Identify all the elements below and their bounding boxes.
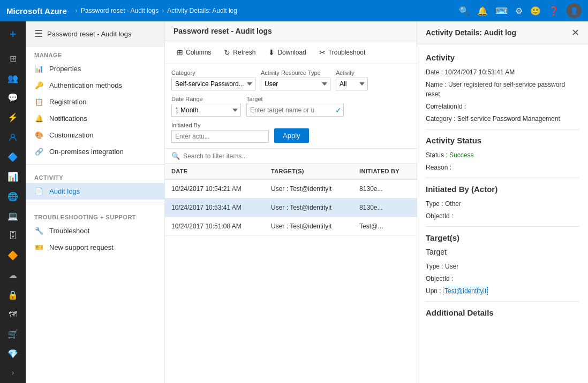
category-select[interactable]: Self-service Password... — [171, 78, 255, 90]
auth-methods-icon: 🔑 — [34, 81, 44, 89]
premium-icon[interactable]: 💎 — [3, 345, 22, 363]
target-input-wrap: ✓ — [246, 104, 344, 117]
right-panel-body: Activity Date : 10/24/2017 10:53:41 AM N… — [417, 44, 588, 383]
bell-icon[interactable]: 🔔 — [477, 6, 488, 16]
svg-point-0 — [11, 134, 14, 137]
sidebar-item-notifications-label: Notifications — [49, 114, 87, 122]
storage-icon[interactable]: 🗄 — [3, 227, 22, 244]
lock-icon[interactable]: 🔒 — [3, 286, 22, 304]
refresh-button[interactable]: ↻ Refresh — [218, 45, 261, 59]
brand-name: Microsoft Azure — [6, 6, 67, 16]
columns-label: Columns — [186, 49, 211, 56]
sidebar-item-troubleshoot[interactable]: 🔧 Troubleshoot — [26, 223, 164, 239]
terminal-icon[interactable]: ⌨ — [495, 6, 508, 16]
rp-actor-objectid-label: ObjectId — [426, 212, 450, 220]
row1-initiated: 8130e... — [353, 179, 417, 198]
rp-correlation-row: CorrelationId : — [426, 102, 579, 111]
marketplace-icon[interactable]: 🛒 — [3, 325, 22, 343]
sidebar-item-customization[interactable]: 🎨 Customization — [26, 127, 164, 143]
rp-reason-row: Reason : — [426, 163, 579, 172]
sidebar-item-onprem[interactable]: 🔗 On-premises integration — [26, 143, 164, 160]
rp-correlation-label: CorrelationId — [426, 103, 463, 110]
additional-section-title: Additional Details — [426, 308, 579, 317]
rp-divider-2 — [426, 178, 579, 178]
right-panel: Activity Details: Audit log ✕ Activity D… — [417, 21, 588, 383]
messages-icon[interactable]: 💬 — [3, 89, 22, 106]
activity-select[interactable]: All — [336, 78, 368, 90]
col-initiated: INITIATED BY — [353, 164, 417, 179]
azure-ad-icon[interactable]: 🔷 — [3, 148, 22, 166]
sidebar-item-auth-label: Authentication methods — [49, 81, 122, 89]
hamburger-icon[interactable]: ☰ — [34, 28, 43, 40]
rp-upn-label: Upn — [426, 287, 438, 295]
row1-targets: User : Test@identityit — [265, 179, 353, 198]
download-label: Download — [277, 49, 306, 56]
dashboard-icon[interactable]: ⊞ — [3, 50, 22, 67]
audit-log-table: DATE TARGET(S) INITIATED BY 10/24/2017 1… — [165, 164, 417, 383]
main-layout: + ⊞ 👥 💬 ⚡ 🔷 📊 🌐 💻 🗄 🔶 ☁ 🔒 🗺 🛒 💎 › ☰ Pa — [0, 21, 588, 383]
apps-icon[interactable]: ⚡ — [3, 109, 22, 126]
avatar[interactable]: 👤 — [567, 3, 582, 18]
download-button[interactable]: ⬇ Download — [263, 45, 311, 59]
date-range-select[interactable]: 1 Month — [171, 104, 241, 117]
breadcrumb-separator: › — [76, 7, 78, 14]
target-subsection-title: Target — [426, 248, 579, 256]
sidebar-item-audit-label: Audit logs — [49, 187, 80, 195]
sidebar-item-support[interactable]: 🎫 New support request — [26, 239, 164, 256]
rp-upn-value[interactable]: Test@identityit — [443, 287, 488, 295]
table-row[interactable]: 10/24/2017 10:51:08 AM User : Test@ident… — [165, 217, 417, 236]
search-icon[interactable]: 🔍 — [459, 6, 470, 16]
users-icon[interactable]: 👥 — [3, 70, 22, 87]
map-icon[interactable]: 🗺 — [3, 306, 22, 324]
network-icon[interactable]: 🌐 — [3, 188, 22, 205]
support-section-label: TROUBLESHOOTING + SUPPORT — [26, 209, 164, 223]
col-targets: TARGET(S) — [265, 164, 353, 179]
activity-section-title: Activity — [426, 53, 579, 62]
initiated-filter: Initiated By — [171, 122, 269, 143]
sidebar-item-properties[interactable]: 📊 Properties — [26, 60, 164, 77]
close-panel-button[interactable]: ✕ — [571, 27, 579, 39]
breadcrumb-item-2[interactable]: Activity Details: Audit log — [167, 7, 237, 14]
table-row[interactable]: 10/24/2017 10:53:41 AM User : Test@ident… — [165, 198, 417, 217]
initiated-filter-label: Initiated By — [171, 122, 269, 128]
help-icon[interactable]: ❓ — [548, 6, 559, 16]
sidebar-item-notifications[interactable]: 🔔 Notifications — [26, 110, 164, 127]
target-input[interactable] — [246, 104, 344, 117]
breadcrumb-item-1[interactable]: Password reset - Audit logs — [81, 7, 159, 14]
compute-icon[interactable]: 💻 — [3, 207, 22, 225]
target-check-icon: ✓ — [335, 106, 342, 114]
automation-icon[interactable]: 🔶 — [3, 247, 22, 264]
search-bar: 🔍 — [165, 149, 417, 164]
smiley-icon[interactable]: 🙂 — [530, 6, 541, 16]
table-row[interactable]: 10/24/2017 10:54:21 AM User : Test@ident… — [165, 179, 417, 198]
rp-reason-label: Reason — [426, 164, 448, 171]
properties-icon: 📊 — [34, 65, 44, 73]
rp-category-sep: : — [454, 115, 457, 122]
apply-button[interactable]: Apply — [274, 128, 309, 143]
row3-date: 10/24/2017 10:51:08 AM — [165, 217, 265, 236]
identity-icon[interactable] — [3, 128, 22, 146]
search-input[interactable] — [183, 152, 410, 160]
gear-icon[interactable]: ⚙ — [515, 6, 523, 16]
troubleshoot-button[interactable]: ✂ Troubleshoot — [314, 45, 371, 59]
expand-nav-button[interactable]: › — [10, 367, 16, 379]
monitor-icon[interactable]: 📊 — [3, 168, 22, 186]
right-panel-header: Activity Details: Audit log ✕ — [417, 21, 588, 44]
columns-icon: ⊞ — [177, 48, 183, 57]
initiated-input[interactable] — [171, 130, 269, 143]
cloud-icon[interactable]: ☁ — [3, 266, 22, 284]
new-resource-button[interactable]: + — [3, 26, 22, 43]
sidebar-item-audit-logs[interactable]: 📄 Audit logs — [26, 183, 164, 200]
sidebar-item-registration[interactable]: 📋 Registration — [26, 94, 164, 110]
rp-date-label: Date — [426, 68, 439, 76]
sidebar-item-registration-label: Registration — [49, 98, 86, 106]
sidebar: ☰ Password reset - Audit logs MANAGE 📊 P… — [26, 21, 165, 383]
date-range-label: Date Range — [171, 96, 241, 102]
sidebar-item-auth-methods[interactable]: 🔑 Authentication methods — [26, 77, 164, 94]
topbar-icons: 🔍 🔔 ⌨ ⚙ 🙂 ❓ 👤 — [459, 3, 582, 18]
audit-logs-icon: 📄 — [34, 187, 44, 195]
activity-resource-select[interactable]: User — [261, 78, 330, 90]
top-bar: Microsoft Azure › Password reset - Audit… — [0, 0, 588, 21]
sidebar-divider-1 — [26, 164, 164, 165]
columns-button[interactable]: ⊞ Columns — [171, 45, 216, 59]
